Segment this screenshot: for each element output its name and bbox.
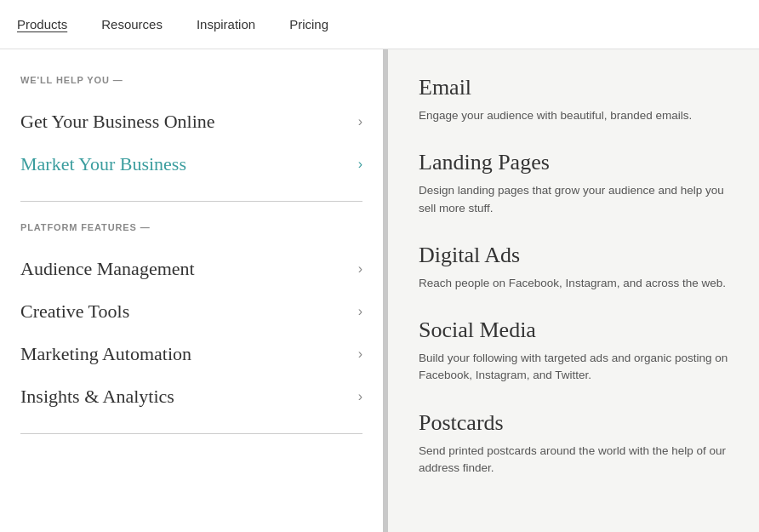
product-desc-digital-ads: Reach people on Facebook, Instagram, and… [419, 275, 728, 292]
page-wrapper: Products Resources Inspiration Pricing W… [0, 0, 759, 532]
nav-item-products[interactable]: Products [17, 17, 67, 31]
left-panel: WE'LL HELP YOU — Get Your Business Onlin… [0, 49, 383, 532]
product-desc-postcards: Send printed postcards around the world … [419, 443, 728, 478]
top-nav: Products Resources Inspiration Pricing [0, 0, 759, 49]
main-content: WE'LL HELP YOU — Get Your Business Onlin… [0, 49, 759, 532]
product-title-social-media: Social Media [419, 317, 728, 343]
menu-item-creative-tools[interactable]: Creative Tools › [20, 290, 362, 333]
product-title-digital-ads: Digital Ads [419, 243, 728, 268]
chevron-icon-4: › [358, 346, 362, 362]
chevron-icon-1: › [358, 157, 362, 172]
product-item-postcards: Postcards Send printed postcards around … [419, 410, 728, 478]
menu-item-insights-analytics-label: Insights & Analytics [20, 386, 174, 408]
product-item-social-media: Social Media Build your following with t… [419, 317, 728, 385]
section2-label: PLATFORM FEATURES — [20, 222, 362, 232]
product-desc-social-media: Build your following with targeted ads a… [419, 350, 728, 385]
menu-item-get-business-online[interactable]: Get Your Business Online › [20, 100, 362, 143]
chevron-icon-0: › [358, 114, 362, 129]
product-item-landing-pages: Landing Pages Design landing pages that … [419, 150, 728, 217]
product-desc-landing-pages: Design landing pages that grow your audi… [419, 182, 728, 217]
menu-item-audience-management-label: Audience Management [20, 258, 195, 280]
menu-item-creative-tools-label: Creative Tools [20, 300, 129, 323]
product-item-digital-ads: Digital Ads Reach people on Facebook, In… [419, 243, 728, 292]
section1-label: WE'LL HELP YOU — [20, 75, 362, 85]
menu-item-marketing-automation[interactable]: Marketing Automation › [20, 333, 362, 375]
product-title-postcards: Postcards [419, 410, 728, 436]
chevron-icon-5: › [358, 389, 362, 404]
menu-item-insights-analytics[interactable]: Insights & Analytics › [20, 375, 362, 418]
nav-item-resources[interactable]: Resources [101, 17, 163, 31]
product-title-email: Email [419, 75, 728, 100]
menu-item-marketing-automation-label: Marketing Automation [20, 343, 191, 365]
menu-item-market-business[interactable]: Market Your Business › [20, 143, 362, 186]
product-desc-email: Engage your audience with beautiful, bra… [419, 107, 728, 124]
product-title-landing-pages: Landing Pages [419, 150, 728, 175]
chevron-icon-2: › [358, 261, 362, 277]
menu-item-audience-management[interactable]: Audience Management › [20, 248, 362, 290]
nav-item-pricing[interactable]: Pricing [289, 17, 328, 31]
nav-item-inspiration[interactable]: Inspiration [197, 17, 255, 31]
product-item-email: Email Engage your audience with beautifu… [419, 75, 728, 124]
right-panel: Email Engage your audience with beautifu… [383, 49, 759, 532]
menu-item-get-business-online-label: Get Your Business Online [20, 111, 215, 133]
divider-2 [20, 433, 362, 434]
chevron-icon-3: › [358, 304, 362, 319]
divider-1 [20, 201, 362, 202]
menu-item-market-business-label: Market Your Business [20, 153, 186, 175]
